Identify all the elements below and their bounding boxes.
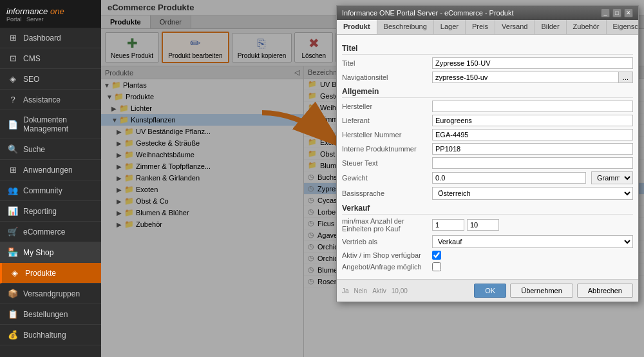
assistance-icon: ? — [8, 95, 18, 104]
sidebar-item-anwendungen[interactable]: ⊞ Anwendungen — [0, 160, 101, 180]
dialog-tab-zubehoer[interactable]: Zubehör — [567, 20, 607, 34]
select-vertrieb[interactable]: Verkauf — [432, 235, 633, 248]
field-label-lieferant: Lieferant — [342, 117, 432, 124]
field-angebot: Angebot/Anfrage möglich — [342, 262, 633, 271]
buchhaltung-icon: 💰 — [8, 330, 18, 340]
checkbox-angebot[interactable] — [432, 262, 441, 271]
field-label-aktiv: Aktiv / im Shop verfügbar — [342, 251, 432, 259]
select-basissprache[interactable]: Österreich Deutschland — [432, 187, 633, 200]
sidebar-item-bestellungen[interactable]: 📋 Bestellungen — [0, 304, 101, 325]
field-label-hersteller-nummer: Hersteller Nummer — [342, 131, 432, 139]
input-max[interactable] — [467, 219, 499, 231]
field-aktiv: Aktiv / im Shop verfügbar — [342, 251, 633, 260]
sidebar-item-assistance[interactable]: ? Assistance — [0, 90, 101, 110]
dialog-tab-produkt[interactable]: Produkt — [337, 20, 377, 34]
sidebar-item-ecommerce[interactable]: 🛒 eCommerce — [0, 222, 101, 242]
main-content: eCommerce Produkte Produkte Ordner ✚ Neu… — [101, 0, 644, 357]
gewicht-group: Gramm kg — [432, 171, 633, 184]
sidebar-item-produkte[interactable]: ◈ Produkte — [0, 263, 101, 284]
dialog-tab-eigenschaften[interactable]: Eigenschaften — [607, 20, 638, 34]
sidebar-item-label: My Shop — [23, 248, 53, 257]
input-hersteller-nummer[interactable] — [432, 129, 633, 140]
field-label-nav: Navigationsitel — [342, 73, 432, 81]
sidebar-item-label: Versandgruppen — [23, 289, 80, 298]
sidebar-item-suche[interactable]: 🔍 Suche — [0, 139, 101, 160]
sidebar: informance one Portal Server ⊞ Dashboard… — [0, 0, 101, 357]
min-max-group — [432, 219, 499, 231]
sidebar-item-versandgruppen[interactable]: 📦 Versandgruppen — [0, 284, 101, 304]
input-titel[interactable] — [432, 57, 633, 69]
seo-icon: ◈ — [8, 74, 18, 84]
input-lieferant[interactable] — [432, 115, 633, 126]
checkbox-aktiv[interactable] — [432, 251, 441, 260]
community-icon: 👥 — [8, 186, 18, 195]
dialog-body: Titel Titel Navigationsitel ... Allgemei… — [337, 35, 638, 279]
input-interne-produktnummer[interactable] — [432, 143, 633, 155]
sidebar-item-label: Bestellungen — [23, 310, 68, 319]
input-min[interactable] — [432, 219, 464, 231]
section-title-verkauf: Verkauf — [342, 204, 633, 215]
select-gewicht-unit[interactable]: Gramm kg — [591, 171, 633, 184]
field-steuer-text: Steuer Text — [342, 157, 633, 169]
field-label-gewicht: Gewicht — [342, 174, 432, 182]
dialog-maximize-button[interactable]: □ — [612, 8, 621, 17]
dialog-titlebar: Informance ONE Portal Server - eCommerce… — [337, 6, 638, 20]
ok-button[interactable]: OK — [474, 284, 506, 298]
field-label-hersteller: Hersteller — [342, 102, 432, 110]
field-label-steuer: Steuer Text — [342, 159, 432, 167]
dialog-title: Informance ONE Portal Server - eCommerce… — [342, 9, 514, 17]
sidebar-item-dokumente[interactable]: 📄 Dokumenten Management — [0, 110, 101, 139]
input-steuer-text[interactable] — [432, 157, 633, 169]
field-label-min-max: min/max Anzahl der Einheiten pro Kauf — [342, 217, 432, 233]
sidebar-item-community[interactable]: 👥 Community — [0, 180, 101, 201]
field-gewicht: Gewicht Gramm kg — [342, 171, 633, 184]
field-interne-produktnummer: Interne Produktnummer — [342, 143, 633, 155]
dialog-tab-preis[interactable]: Preis — [466, 20, 495, 34]
sidebar-item-buchhaltung[interactable]: 💰 Buchhaltung — [0, 325, 101, 345]
field-lieferant: Lieferant — [342, 115, 633, 126]
sidebar-item-label: Reporting — [23, 207, 57, 216]
suche-icon: 🔍 — [8, 144, 18, 154]
field-hersteller-nummer: Hersteller Nummer — [342, 129, 633, 140]
sidebar-item-label: Dashboard — [23, 34, 61, 43]
field-basissprache: Basissprache Österreich Deutschland — [342, 187, 633, 200]
sidebar-item-dashboard[interactable]: ⊞ Dashboard — [0, 28, 101, 48]
sidebar-item-cms[interactable]: ⊡ CMS — [0, 48, 101, 69]
input-gewicht[interactable] — [432, 172, 586, 184]
dialog-tab-versand[interactable]: Versand — [495, 20, 535, 34]
sidebar-item-seo[interactable]: ◈ SEO — [0, 69, 101, 90]
sidebar-item-label: Buchhaltung — [23, 331, 66, 340]
label-price: 10,00 — [392, 287, 408, 294]
dokumente-icon: 📄 — [8, 120, 18, 130]
field-label-basissprache: Basissprache — [342, 189, 432, 197]
dialog-titlebar-buttons: _ □ ✕ — [601, 8, 633, 17]
field-hersteller: Hersteller — [342, 101, 633, 112]
field-label-angebot: Angebot/Anfrage möglich — [342, 263, 432, 271]
sidebar-item-reporting[interactable]: 📊 Reporting — [0, 201, 101, 222]
field-label-vertrieb: Vertrieb als — [342, 238, 432, 246]
dialog-tab-lager[interactable]: Lager — [434, 20, 466, 34]
field-vertrieb: Vertrieb als Verkauf — [342, 235, 633, 248]
ecommerce-icon: 🛒 — [8, 227, 18, 236]
logo-subtitle: Portal Server — [6, 16, 64, 23]
dialog-tab-bilder[interactable]: Bilder — [535, 20, 566, 34]
sidebar-logo: informance one Portal Server — [0, 0, 101, 28]
reporting-icon: 📊 — [8, 206, 18, 216]
dialog-tab-beschreibung[interactable]: Beschreibung — [377, 20, 434, 34]
uebernehmen-button[interactable]: Übernehmen — [510, 284, 573, 298]
myshop-icon: 🏪 — [8, 247, 18, 257]
abbrechen-button[interactable]: Abbrechen — [577, 284, 633, 298]
section-title-allgemein: Allgemein — [342, 87, 633, 98]
browse-button[interactable]: ... — [619, 72, 633, 83]
input-hersteller[interactable] — [432, 101, 633, 112]
sidebar-item-label: eCommerce — [23, 227, 65, 236]
input-navigationsitel[interactable] — [432, 72, 619, 83]
sidebar-item-myshop[interactable]: 🏪 My Shop — [0, 242, 101, 263]
dialog-close-button[interactable]: ✕ — [624, 8, 633, 17]
cms-icon: ⊡ — [8, 53, 18, 63]
sidebar-item-label: Produkte — [25, 269, 56, 278]
anwendungen-icon: ⊞ — [8, 165, 18, 175]
dialog-minimize-button[interactable]: _ — [601, 8, 610, 17]
label-nein: Nein — [354, 287, 368, 294]
dialog-footer: Ja Nein Aktiv 10,00 OK Übernehmen Abbrec… — [337, 279, 638, 302]
